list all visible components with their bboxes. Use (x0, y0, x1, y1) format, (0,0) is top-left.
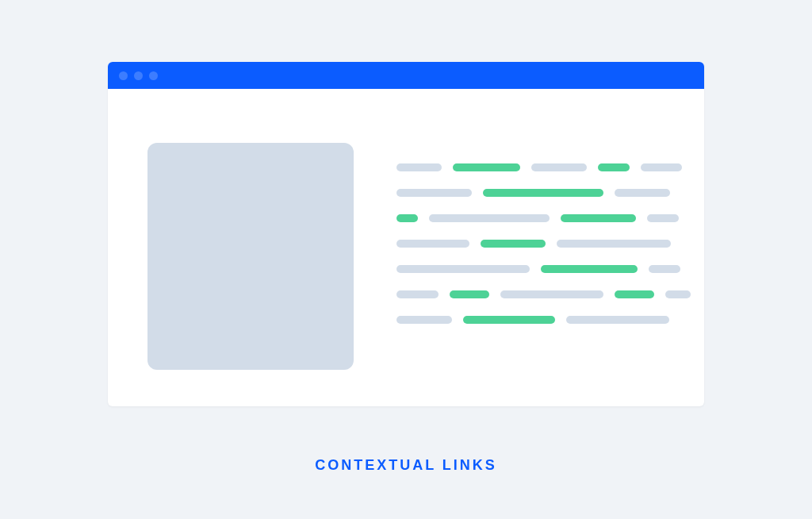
text-segment (500, 290, 603, 298)
text-segment (566, 316, 669, 324)
window-control-dot (134, 71, 143, 80)
text-segment (615, 189, 670, 197)
text-segment (429, 214, 550, 222)
text-line (396, 240, 691, 248)
browser-window (108, 62, 704, 406)
link-segment[interactable] (483, 189, 603, 197)
link-segment[interactable] (615, 290, 654, 298)
browser-titlebar (108, 62, 704, 89)
text-segment (531, 163, 587, 171)
text-line (396, 290, 691, 298)
link-segment[interactable] (453, 163, 520, 171)
link-segment[interactable] (396, 214, 418, 222)
text-segment (649, 265, 680, 273)
text-segment (396, 316, 452, 324)
image-placeholder (147, 143, 354, 370)
text-segment (396, 163, 442, 171)
text-line (396, 265, 691, 273)
browser-content (108, 89, 704, 402)
link-segment[interactable] (598, 163, 630, 171)
link-segment[interactable] (463, 316, 555, 324)
text-segment (396, 265, 530, 273)
text-segment (641, 163, 682, 171)
text-block (396, 143, 691, 370)
text-segment (647, 214, 679, 222)
text-segment (396, 240, 469, 248)
text-line (396, 316, 691, 324)
text-line (396, 189, 691, 197)
link-segment[interactable] (481, 240, 546, 248)
text-segment (396, 189, 472, 197)
window-control-dot (119, 71, 128, 80)
link-segment[interactable] (541, 265, 638, 273)
text-segment (665, 290, 691, 298)
link-segment[interactable] (561, 214, 636, 222)
text-line (396, 163, 691, 171)
window-control-dot (149, 71, 158, 80)
link-segment[interactable] (450, 290, 489, 298)
text-line (396, 214, 691, 222)
text-segment (557, 240, 671, 248)
diagram-caption: CONTEXTUAL LINKS (315, 457, 497, 474)
text-segment (396, 290, 439, 298)
